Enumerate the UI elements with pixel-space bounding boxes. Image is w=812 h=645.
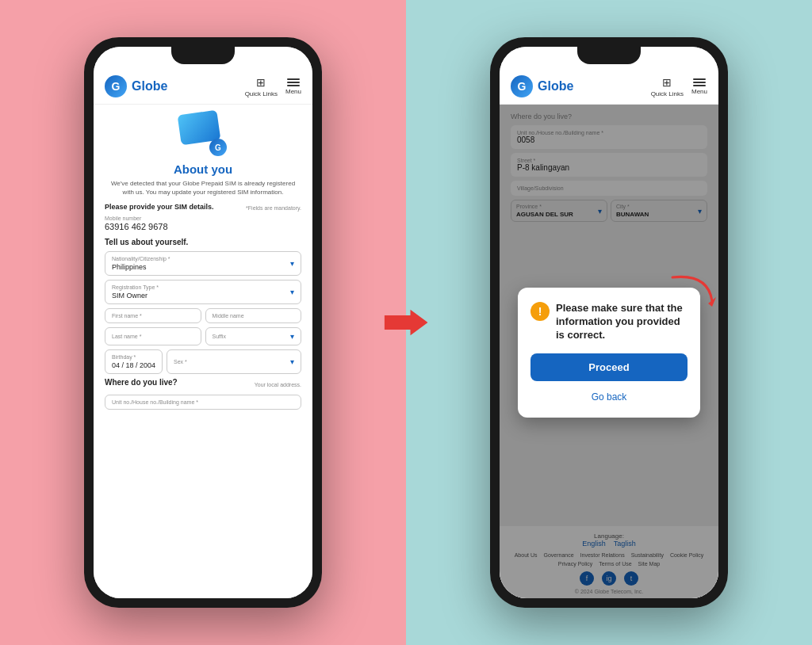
middle-name-field[interactable]: Middle name — [205, 308, 302, 323]
registration-col: Registration Type * SIM Owner — [112, 284, 159, 300]
quick-links-label-right: Quick Links — [651, 90, 684, 97]
globe-logo-text-left: Globe — [132, 79, 167, 94]
unit-placeholder-left: Unit no./House no./Building name * — [112, 399, 198, 405]
screen-content-right: Where do you live? Unit no./House no./Bu… — [500, 105, 718, 598]
screen-content-left: G About you We've detected that your Glo… — [94, 105, 312, 598]
hamburger-icon-right — [693, 78, 706, 86]
registration-value: SIM Owner — [112, 292, 159, 300]
warning-icon: ! — [530, 302, 550, 321]
modal-header: ! Please make sure that the information … — [530, 302, 688, 342]
registration-field[interactable]: Registration Type * SIM Owner ▾ — [105, 280, 301, 304]
quick-links-icon-right: ⊞ — [662, 76, 672, 89]
proceed-button[interactable]: Proceed — [530, 353, 688, 381]
mobile-number-value: 63916 462 9678 — [105, 222, 301, 231]
nationality-col: Nationality/Citizenship * Philippines — [112, 256, 170, 271]
menu-button-right[interactable]: Menu — [691, 78, 707, 95]
left-phone-shell: G Globe ⊞ Quick Links Menu — [84, 37, 322, 608]
menu-label-left: Menu — [285, 88, 301, 95]
globe-logo-right: G Globe — [511, 75, 573, 97]
header-icons-right: ⊞ Quick Links Menu — [651, 76, 707, 97]
where-live-right: Your local address. — [255, 382, 301, 387]
birthday-value: 04 / 18 / 2004 — [112, 361, 155, 369]
last-name-field[interactable]: Last name * — [105, 327, 201, 345]
globe-small-icon: G — [209, 139, 227, 156]
suffix-field[interactable]: Suffix ▾ — [205, 327, 302, 345]
red-curved-arrow-decoration — [668, 273, 716, 313]
globe-logo-left: G Globe — [105, 75, 167, 97]
menu-label-right: Menu — [691, 88, 707, 95]
last-name-label: Last name * — [112, 334, 141, 339]
hamburger-icon-left — [287, 78, 300, 86]
first-name-label: First name * — [112, 313, 142, 319]
modal-overlay: ! Please make sure that the information … — [500, 105, 718, 598]
last-suffix-row: Last name * Suffix ▾ — [105, 327, 301, 345]
left-panel: G Globe ⊞ Quick Links Menu — [0, 0, 406, 645]
quick-links-button-right[interactable]: ⊞ Quick Links — [651, 76, 684, 97]
quick-links-label-left: Quick Links — [245, 90, 278, 97]
nationality-chevron-icon: ▾ — [290, 259, 294, 268]
sex-chevron-icon: ▾ — [290, 357, 294, 366]
sex-field[interactable]: Sex * ▾ — [167, 349, 301, 374]
birthday-field[interactable]: Birthday * 04 / 18 / 2004 — [105, 349, 163, 374]
mandatory-label: *Fields are mandatory. — [246, 205, 301, 211]
where-live-label: Where do you live? — [105, 378, 178, 387]
unit-field-left[interactable]: Unit no./House no./Building name * — [105, 395, 301, 410]
nationality-label: Nationality/Citizenship * — [112, 256, 170, 261]
header-icons-left: ⊞ Quick Links Menu — [245, 76, 301, 97]
sim-details-label: Please provide your SIM details. — [105, 203, 214, 211]
birthday-label: Birthday * — [112, 354, 155, 360]
globe-icon-right: G — [511, 75, 533, 97]
hero-image-left: G — [105, 113, 301, 156]
sex-label: Sex * — [174, 359, 187, 364]
left-phone-screen: G Globe ⊞ Quick Links Menu — [94, 47, 312, 598]
confirmation-modal: ! Please make sure that the information … — [518, 288, 700, 418]
birthday-sex-row: Birthday * 04 / 18 / 2004 Sex * ▾ — [105, 349, 301, 374]
mobile-number-label: Mobile number — [105, 216, 301, 221]
arrow-container — [385, 308, 428, 337]
about-desc: We've detected that your Globe Prepaid S… — [105, 179, 301, 197]
tell-us-label: Tell us about yourself. — [105, 238, 301, 246]
name-row: First name * Middle name — [105, 308, 301, 323]
registration-chevron-icon: ▾ — [290, 288, 294, 296]
middle-name-label: Middle name — [213, 313, 244, 319]
phone-notch-left — [171, 47, 235, 64]
red-arrow — [385, 308, 428, 337]
right-phone-screen: G Globe ⊞ Quick Links Menu — [500, 47, 718, 598]
nationality-field[interactable]: Nationality/Citizenship * Philippines ▾ — [105, 251, 301, 276]
quick-links-icon-left: ⊞ — [256, 76, 266, 89]
suffix-label: Suffix — [213, 334, 226, 339]
right-phone-shell: G Globe ⊞ Quick Links Menu — [490, 37, 728, 608]
go-back-button[interactable]: Go back — [530, 391, 688, 403]
hero-img: G — [179, 113, 227, 156]
about-title: About you — [105, 162, 301, 176]
registration-label: Registration Type * — [112, 284, 159, 290]
where-live-header: Where do you live? Your local address. — [105, 378, 301, 391]
first-name-field[interactable]: First name * — [105, 308, 201, 323]
right-panel: G Globe ⊞ Quick Links Menu — [406, 0, 812, 645]
globe-icon-left: G — [105, 75, 127, 97]
menu-button-left[interactable]: Menu — [285, 78, 301, 95]
phone-notch-right — [577, 47, 641, 64]
quick-links-button-left[interactable]: ⊞ Quick Links — [245, 76, 278, 97]
nationality-value: Philippines — [112, 263, 170, 271]
globe-logo-text-right: Globe — [538, 79, 573, 94]
suffix-chevron-icon: ▾ — [290, 332, 294, 341]
